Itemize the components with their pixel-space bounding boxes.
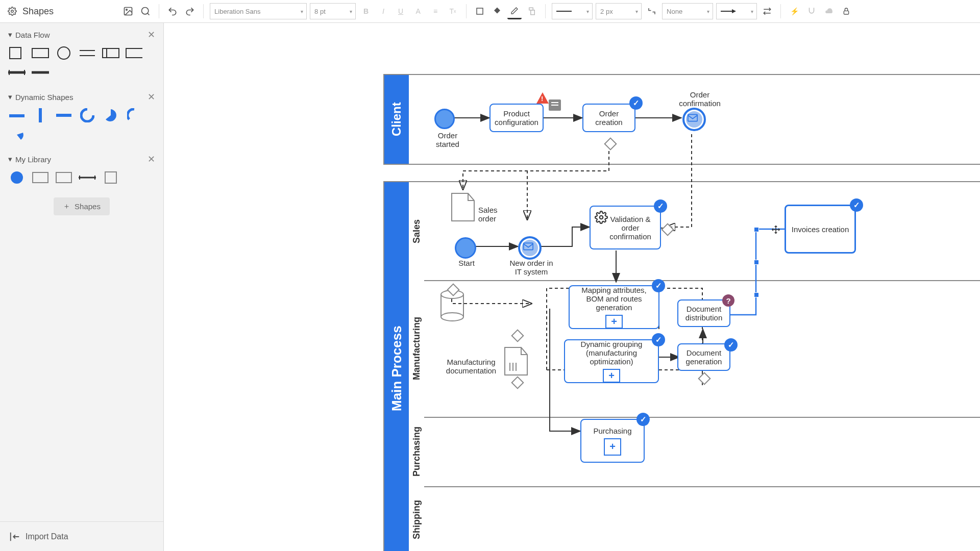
panel-dynamic-body [0, 109, 163, 147]
selection-handle[interactable] [754, 292, 759, 297]
shapes-menu-label[interactable]: Shapes [22, 6, 54, 17]
check-icon: ✓ [724, 338, 738, 352]
node-product-config[interactable]: Product configuration [489, 104, 544, 132]
doc-mfg[interactable] [504, 346, 528, 376]
shape-bus[interactable] [8, 66, 26, 79]
lib-rect1[interactable] [32, 171, 49, 184]
redo-icon[interactable] [183, 4, 197, 18]
shape-pie[interactable] [102, 109, 119, 122]
shape-vbar[interactable] [32, 109, 49, 122]
chevron-down-icon: ▾ [8, 30, 12, 39]
lib-circle[interactable] [8, 171, 26, 184]
underline-icon[interactable]: U [394, 4, 408, 18]
close-icon[interactable]: ✕ [148, 91, 155, 103]
shape-circle[interactable] [55, 46, 72, 60]
event-order-confirmation[interactable] [682, 108, 706, 131]
italic-icon[interactable]: I [376, 4, 390, 18]
shape-open-rect[interactable] [126, 46, 143, 60]
event-order-started[interactable] [434, 109, 455, 129]
selection-handle[interactable] [754, 227, 759, 232]
panel-data-flow[interactable]: ▾Data Flow ✕ [0, 23, 163, 46]
expand-icon[interactable]: + [605, 315, 623, 329]
chevron-down-icon: ▾ [8, 92, 12, 102]
event-start[interactable] [455, 237, 476, 259]
gear-icon[interactable] [5, 4, 19, 18]
bold-icon[interactable]: B [359, 4, 373, 18]
search-icon[interactable] [138, 4, 153, 18]
shape-rect[interactable] [32, 46, 49, 60]
svg-rect-32 [105, 172, 116, 183]
label-new-order: New order in IT system [506, 259, 557, 276]
line-style-select[interactable] [552, 3, 593, 19]
cloud-icon[interactable] [822, 4, 836, 18]
lane-label-client: Client [384, 75, 409, 164]
node-invoices[interactable]: Invoices creation [785, 205, 856, 254]
lane-label-main: Main Process [384, 182, 409, 551]
lock-icon[interactable] [839, 4, 853, 18]
line-end-none[interactable]: None [662, 3, 713, 19]
svg-point-26 [11, 171, 23, 184]
line-width-select[interactable]: 2 px [596, 3, 642, 19]
node-order-creation[interactable]: Order creation [582, 104, 635, 132]
plus-icon: ＋ [63, 202, 70, 211]
svg-rect-11 [844, 11, 848, 14]
node-doc-dist[interactable]: Document distribution [677, 299, 730, 327]
shape-bar[interactable] [8, 109, 26, 122]
shape-parallel[interactable] [79, 46, 96, 60]
close-icon[interactable]: ✕ [148, 29, 155, 40]
shape-square[interactable] [8, 46, 26, 60]
expand-icon[interactable]: + [603, 369, 620, 383]
sublane-purchasing: Purchasing [409, 417, 424, 486]
node-dynamic-group[interactable]: Dynamic grouping (manufacturing optimiza… [564, 339, 659, 383]
crop-icon[interactable] [473, 4, 487, 18]
svg-rect-24 [39, 108, 42, 122]
undo-icon[interactable] [165, 4, 180, 18]
expand-icon[interactable]: + [604, 438, 621, 456]
node-purchasing[interactable]: Purchasing + [580, 419, 645, 463]
toolbar: Shapes Liberation Sans 8 pt B I U A ≡ Tx… [0, 0, 980, 23]
lib-sq[interactable] [102, 171, 119, 184]
canvas[interactable]: Client Main Process Sales Manufacturing … [164, 23, 980, 551]
node-doc-gen[interactable]: Document generation [677, 343, 730, 371]
comment-icon[interactable] [549, 99, 561, 111]
connector-icon[interactable] [645, 4, 659, 18]
panel-dynamic[interactable]: ▾Dynamic Shapes ✕ [0, 85, 163, 109]
add-shapes-button[interactable]: ＋ Shapes [54, 197, 110, 215]
lib-line[interactable] [79, 171, 96, 184]
font-family-select[interactable]: Liberation Sans [210, 3, 307, 19]
panel-mylib-body [0, 171, 163, 190]
shape-arc2[interactable] [126, 109, 143, 122]
swap-icon[interactable] [760, 4, 774, 18]
chevron-down-icon: ▾ [8, 155, 12, 164]
font-size-select[interactable]: 8 pt [310, 3, 356, 19]
shape-bus2[interactable] [32, 66, 49, 79]
svg-rect-43 [524, 243, 533, 249]
lib-rect2[interactable] [55, 171, 72, 184]
align-icon[interactable]: ≡ [428, 4, 443, 18]
svg-rect-7 [531, 10, 535, 15]
panel-mylib[interactable]: ▾My Library ✕ [0, 147, 163, 171]
svg-rect-25 [56, 114, 71, 117]
lane-client[interactable]: Client [383, 74, 980, 165]
node-validation[interactable]: Validation & order confirmation [590, 206, 661, 249]
shape-arc1[interactable] [79, 109, 96, 122]
selection-handle[interactable] [754, 260, 759, 265]
image-icon[interactable] [121, 4, 135, 18]
node-mapping[interactable]: Mapping attributes, BOM and routes gener… [569, 285, 659, 329]
pencil-icon[interactable] [507, 4, 522, 19]
text-color-icon[interactable]: A [411, 4, 425, 18]
fill-icon[interactable] [490, 4, 504, 18]
svg-rect-12 [10, 47, 21, 59]
doc-sales-order[interactable] [451, 192, 475, 222]
style-copy-icon[interactable] [525, 4, 539, 18]
arrow-style-select[interactable] [716, 3, 757, 19]
bolt-icon[interactable]: ⚡ [787, 4, 801, 18]
event-new-order[interactable] [518, 236, 542, 260]
shape-hbar[interactable] [55, 109, 72, 122]
shape-wedge[interactable] [8, 128, 26, 141]
shape-container[interactable] [102, 46, 119, 60]
text-style-icon[interactable]: Tx [446, 4, 460, 18]
magnet-icon[interactable] [804, 4, 819, 18]
import-data-button[interactable]: Import Data [0, 521, 163, 551]
close-icon[interactable]: ✕ [148, 154, 155, 165]
